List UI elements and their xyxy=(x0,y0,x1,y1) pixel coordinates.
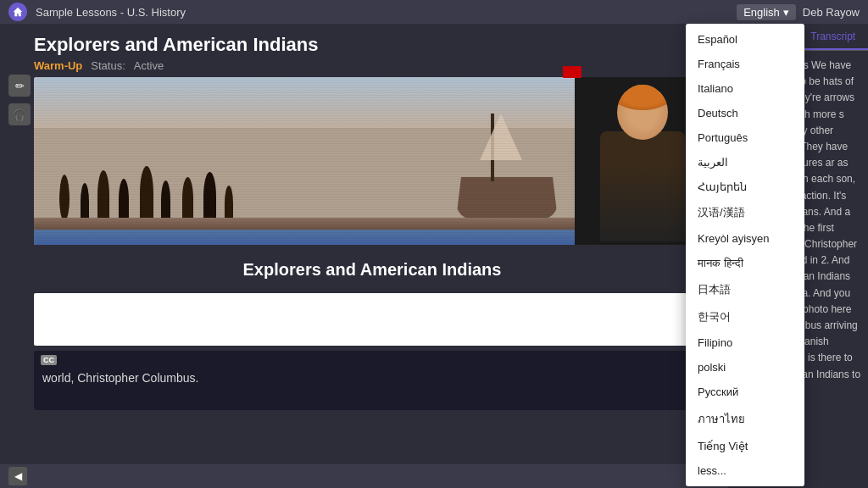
app-title: Sample Lessons - U.S. History xyxy=(36,6,737,19)
lang-item-italiano[interactable]: Italiano xyxy=(686,76,804,101)
headphone-icon[interactable]: 🎧 xyxy=(8,103,31,125)
lesson-title: Explorers and American Indians xyxy=(34,34,710,56)
lang-item-vietnamese[interactable]: Tiếng Việt xyxy=(686,434,804,458)
user-name[interactable]: Deb Rayow xyxy=(803,6,860,19)
lang-item-haitian[interactable]: Kreyòl ayisyen xyxy=(686,226,804,251)
lang-item-portugues[interactable]: Português xyxy=(686,125,804,150)
right-controls: English ▾ Deb Rayow xyxy=(737,4,860,20)
slide-title: Explorers and American Indians xyxy=(34,252,710,288)
lang-item-less[interactable]: less... xyxy=(686,458,804,483)
prev-button[interactable]: ◀ xyxy=(8,467,27,485)
presenter-container xyxy=(583,80,702,241)
status-label: Status: xyxy=(91,59,125,72)
lang-item-polish[interactable]: polski xyxy=(686,355,804,380)
cc-badge: CC xyxy=(41,355,57,365)
lang-item-japanese[interactable]: 日本語 xyxy=(686,276,804,303)
lesson-type: Warm-Up xyxy=(34,59,82,72)
side-icons: ✏ 🎧 xyxy=(8,75,31,125)
lang-item-deutsch[interactable]: Deutsch xyxy=(686,101,804,125)
white-slide-area xyxy=(34,293,710,346)
content-header: Explorers and American Indians Warm-Up S… xyxy=(0,24,727,77)
tab-transcript[interactable]: Transcript xyxy=(798,24,869,50)
lang-item-espanol[interactable]: Español xyxy=(686,27,804,52)
historical-scene xyxy=(34,77,575,245)
lang-item-russian[interactable]: Русский xyxy=(686,380,804,404)
video-main xyxy=(34,77,575,245)
presenter-hair xyxy=(617,85,668,110)
home-icon[interactable] xyxy=(8,3,27,21)
subtitle-text: world, Christopher Columbus. xyxy=(42,371,702,385)
texture-overlay xyxy=(34,77,575,245)
lesson-meta: Warm-Up Status: Active xyxy=(34,59,710,72)
lang-item-thai[interactable]: ภาษาไทย xyxy=(686,404,804,434)
subtitle-area: CC ⤢ world, Christopher Columbus. xyxy=(34,351,710,410)
status-badge: Active xyxy=(134,59,164,72)
lang-item-korean[interactable]: 한국어 xyxy=(686,303,804,330)
lang-item-chinese[interactable]: 汉语/漢語 xyxy=(686,199,804,226)
chevron-down-icon: ▾ xyxy=(783,6,789,19)
bottom-nav: ◀ ▶ xyxy=(0,464,727,488)
topbar: Sample Lessons - U.S. History English ▾ … xyxy=(0,0,868,24)
video-area xyxy=(34,77,710,245)
lang-item-filipino[interactable]: Filipino xyxy=(686,330,804,355)
presenter-body xyxy=(600,131,685,241)
language-label: English xyxy=(743,6,780,19)
language-dropdown: Español Français Italiano Deutsch Portug… xyxy=(686,24,804,486)
presenter-head xyxy=(617,85,668,140)
prev-icon: ◀ xyxy=(14,470,22,482)
lang-item-armenian[interactable]: Հայերեն xyxy=(686,175,804,199)
pencil-icon[interactable]: ✏ xyxy=(8,75,31,97)
lang-item-arabic[interactable]: العربية xyxy=(686,150,804,175)
red-rect-indicator xyxy=(563,66,581,78)
language-button[interactable]: English ▾ xyxy=(737,4,796,20)
lang-item-hindi[interactable]: मानक हिन्दी xyxy=(686,251,804,276)
left-panel: Explorers and American Indians Warm-Up S… xyxy=(0,24,727,488)
lang-item-francais[interactable]: Français xyxy=(686,52,804,76)
